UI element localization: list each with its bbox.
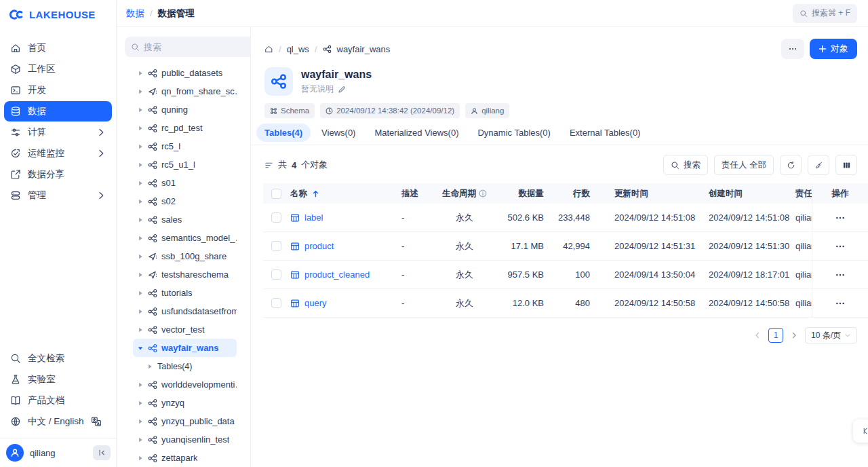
next-page-icon[interactable] — [790, 331, 798, 339]
row-actions-button[interactable] — [835, 298, 846, 309]
table-name-link[interactable]: product — [304, 241, 334, 251]
table-name-link[interactable]: query — [304, 298, 327, 308]
info-icon[interactable] — [479, 189, 487, 198]
caret-right-icon[interactable] — [137, 88, 144, 95]
caret-right-icon[interactable] — [137, 70, 144, 77]
home-icon[interactable] — [264, 45, 273, 54]
tree-item-tables-4[interactable]: Tables(4) — [133, 357, 237, 375]
tree-search-input[interactable] — [144, 42, 251, 52]
sidebar-collapse-button[interactable] — [93, 445, 111, 460]
sidebar-item-compute[interactable]: 计算 — [4, 122, 112, 143]
tree-item-sales[interactable]: sales — [133, 210, 237, 229]
caret-right-icon[interactable] — [137, 107, 144, 113]
row-checkbox[interactable] — [271, 212, 281, 223]
sidebar-item-ops-monitor[interactable]: 运维监控 — [4, 143, 112, 164]
sidebar-item-language[interactable]: 中文 / English — [4, 411, 112, 432]
sidebar-item-data[interactable]: 数据 — [4, 101, 112, 122]
caret-right-icon[interactable] — [137, 436, 144, 443]
edit-description-icon[interactable] — [338, 86, 346, 94]
row-actions-button[interactable] — [835, 241, 846, 252]
tab-dynamic-tables-0[interactable]: Dynamic Tables(0) — [477, 128, 550, 138]
size-cell: 502.6 KB — [492, 212, 551, 223]
caret-right-icon[interactable] — [137, 308, 144, 315]
owner-filter-button[interactable]: 责任人 全部 — [714, 155, 774, 175]
caret-right-icon[interactable] — [137, 381, 144, 388]
caret-right-icon[interactable] — [137, 290, 144, 297]
row-actions-button[interactable] — [835, 269, 846, 280]
tab-external-tables-0[interactable]: External Tables(0) — [570, 128, 641, 138]
tree-item-qn-from-share-sc[interactable]: qn_from_share_sc… — [133, 82, 237, 100]
caret-right-icon[interactable] — [137, 400, 144, 407]
sidebar-item-lab[interactable]: 实验室 — [4, 369, 112, 390]
tree-item-label: rc5_u1_l — [161, 160, 195, 170]
breadcrumb-section[interactable]: 数据 — [126, 7, 144, 20]
caret-right-icon[interactable] — [137, 180, 144, 187]
clean-broom-button[interactable] — [808, 155, 829, 175]
tree-item-semantics-model[interactable]: semantics_model_… — [133, 229, 237, 247]
tree-item-zettapark[interactable]: zettapark — [133, 449, 237, 467]
page-size-select[interactable]: 10 条/页 — [805, 327, 857, 343]
caret-right-icon[interactable] — [146, 363, 153, 370]
tab-materialized-views-0[interactable]: Materialized Views(0) — [374, 128, 458, 138]
prev-page-icon[interactable] — [753, 331, 762, 339]
caret-right-icon[interactable] — [137, 272, 144, 278]
tree-item-public-datasets[interactable]: public_datasets — [133, 64, 237, 82]
tree-item-ynzyq-public-data[interactable]: ynzyq_public_data — [133, 412, 237, 430]
sidebar-item-data-share[interactable]: 数据分享 — [4, 164, 112, 185]
caret-right-icon[interactable] — [137, 253, 144, 260]
create-object-button[interactable]: 对象 — [810, 39, 857, 59]
tree-item-ssb-100g-share[interactable]: ssb_100g_share — [133, 247, 237, 265]
entity-header: wayfair_wans 暂无说明 — [264, 67, 857, 96]
row-checkbox[interactable] — [271, 269, 281, 280]
tree-item-vector-test[interactable]: vector_test — [133, 320, 237, 339]
caret-right-icon[interactable] — [137, 217, 144, 223]
sidebar-item-home[interactable]: 首页 — [4, 38, 112, 58]
object-header-actions: 对象 — [781, 39, 857, 59]
more-actions-button[interactable] — [781, 39, 804, 59]
tree-item-usfundsdatasetfrom[interactable]: usfundsdatasetfrom… — [133, 302, 237, 320]
select-all-checkbox[interactable] — [271, 189, 281, 199]
caret-right-icon[interactable] — [137, 125, 144, 132]
tree-item-rc-pd-test[interactable]: rc_pd_test — [133, 119, 237, 137]
table-name-link[interactable]: label — [304, 212, 323, 223]
caret-right-icon[interactable] — [137, 418, 144, 425]
sidebar-item-workspace[interactable]: 工作区 — [4, 59, 112, 79]
table-body: label-永久502.6 KB233,4482024/09/12 14:51:… — [263, 204, 868, 318]
global-search-button[interactable]: 搜索⌘ + F — [793, 4, 857, 23]
table-search-button[interactable]: 搜索 — [663, 155, 708, 175]
breadcrumb-workspace[interactable]: ql_ws — [287, 44, 309, 54]
row-checkbox[interactable] — [271, 298, 281, 308]
caret-right-icon[interactable] — [137, 455, 144, 462]
caret-right-icon[interactable] — [137, 326, 144, 333]
caret-right-icon[interactable] — [137, 235, 144, 242]
tree-item-s01[interactable]: s01 — [133, 174, 237, 192]
caret-right-icon[interactable] — [137, 162, 144, 168]
caret-right-icon[interactable] — [137, 143, 144, 150]
tree-item-testshareschema[interactable]: testshareschema — [133, 265, 237, 284]
tab-views-0[interactable]: Views(0) — [321, 128, 355, 138]
tree-item-ynzyq[interactable]: ynzyq — [133, 394, 237, 412]
tree-item-s02[interactable]: s02 — [133, 192, 237, 210]
tree-item-tutorials[interactable]: tutorials — [133, 284, 237, 302]
current-page-button[interactable]: 1 — [768, 328, 783, 343]
edge-collapse-button[interactable] — [853, 419, 868, 443]
refresh-button[interactable] — [780, 155, 802, 175]
sidebar-item-product-docs[interactable]: 产品文档 — [4, 390, 112, 411]
table-name-link[interactable]: product_cleaned — [304, 269, 370, 280]
sidebar-item-admin[interactable]: 管理 — [4, 185, 112, 206]
sidebar-item-develop[interactable]: 开发 — [4, 80, 112, 100]
sort-asc-icon[interactable] — [312, 190, 319, 198]
sidebar-item-fulltext-search[interactable]: 全文检索 — [4, 348, 112, 369]
caret-down-icon[interactable] — [137, 345, 144, 352]
column-settings-button[interactable] — [835, 155, 857, 175]
tree-item-rc5-u1-l[interactable]: rc5_u1_l — [133, 155, 237, 174]
tree-item-worlddevelopmenti[interactable]: worlddevelopmenti… — [133, 375, 237, 394]
row-checkbox[interactable] — [271, 241, 281, 251]
row-actions-button[interactable] — [835, 212, 846, 223]
tree-item-yuanqisenlin-test[interactable]: yuanqisenlin_test — [133, 430, 237, 449]
tree-item-quning[interactable]: quning — [133, 100, 237, 119]
tree-item-wayfair-wans[interactable]: wayfair_wans — [133, 339, 237, 357]
caret-right-icon[interactable] — [137, 198, 144, 205]
tab-tables-4[interactable]: Tables(4) — [256, 124, 311, 142]
tree-item-rc5-l[interactable]: rc5_l — [133, 137, 237, 155]
